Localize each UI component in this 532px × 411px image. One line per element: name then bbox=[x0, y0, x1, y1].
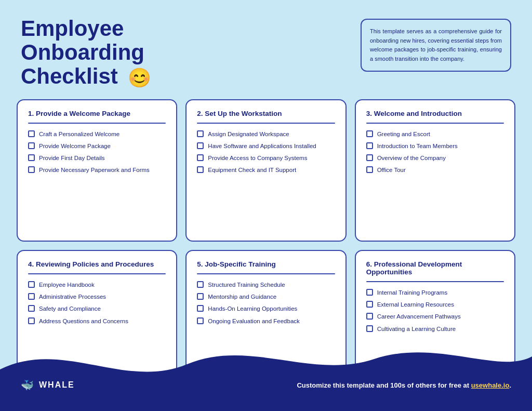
list-item[interactable]: Employee Handbook bbox=[28, 281, 166, 289]
checkbox[interactable] bbox=[28, 281, 35, 288]
checkbox[interactable] bbox=[197, 166, 204, 173]
list-item[interactable]: Administrative Processes bbox=[28, 293, 166, 301]
logo-text: WHALE bbox=[39, 380, 75, 390]
checkbox[interactable] bbox=[366, 142, 373, 149]
card-2: 2. Set Up the WorkstationAssign Designat… bbox=[185, 99, 346, 242]
list-item-text: Greeting and Escort bbox=[377, 130, 430, 138]
list-item-text: External Learning Resources bbox=[377, 300, 454, 309]
checkbox[interactable] bbox=[197, 281, 204, 288]
smile-icon: 😊 bbox=[128, 68, 151, 88]
card-6-list: Internal Training ProgramsExternal Learn… bbox=[366, 288, 504, 333]
card-4-list: Employee HandbookAdministrative Processe… bbox=[28, 281, 166, 325]
list-item[interactable]: Overview of the Company bbox=[366, 154, 504, 162]
list-item[interactable]: Office Tour bbox=[366, 166, 504, 174]
checkbox[interactable] bbox=[28, 130, 35, 137]
checkbox[interactable] bbox=[197, 154, 204, 161]
cta-link[interactable]: usewhale.io bbox=[471, 381, 510, 389]
list-item[interactable]: Provide Welcome Package bbox=[28, 142, 166, 150]
checkbox[interactable] bbox=[366, 130, 373, 137]
page-title: Employee Onboarding Checklist 😊 bbox=[21, 17, 151, 89]
checkbox[interactable] bbox=[197, 317, 204, 324]
list-item[interactable]: Provide Necessary Paperwork and Forms bbox=[28, 166, 166, 174]
checkbox[interactable] bbox=[28, 293, 35, 300]
card-3-title: 3. Welcome and Introduction bbox=[366, 110, 504, 117]
list-item[interactable]: External Learning Resources bbox=[366, 300, 504, 309]
card-3-list: Greeting and EscortIntroduction to Team … bbox=[366, 130, 504, 174]
checkbox[interactable] bbox=[366, 313, 373, 320]
checkbox[interactable] bbox=[197, 130, 204, 137]
card-1: 1. Provide a Welcome PackageCraft a Pers… bbox=[17, 99, 177, 242]
card-2-title: 2. Set Up the Workstation bbox=[197, 110, 335, 117]
checkbox[interactable] bbox=[28, 154, 35, 161]
card-2-list: Assign Designated WorkspaceHave Software… bbox=[197, 130, 335, 174]
checkbox[interactable] bbox=[366, 301, 373, 308]
card-1-divider bbox=[28, 123, 166, 124]
list-item[interactable]: Greeting and Escort bbox=[366, 130, 504, 138]
list-item-text: Craft a Personalized Welcome bbox=[39, 130, 119, 138]
list-item[interactable]: Hands-On Learning Opportunities bbox=[197, 304, 335, 313]
card-6-divider bbox=[366, 281, 504, 282]
card-5-divider bbox=[197, 273, 335, 274]
card-3: 3. Welcome and IntroductionGreeting and … bbox=[355, 99, 515, 242]
card-1-list: Craft a Personalized WelcomeProvide Welc… bbox=[28, 130, 166, 174]
card-5-title: 5. Job-Specific Training bbox=[197, 260, 335, 268]
list-item-text: Structured Training Schedule bbox=[208, 281, 285, 289]
card-3-divider bbox=[366, 123, 504, 124]
checkbox[interactable] bbox=[366, 166, 373, 173]
list-item-text: Administrative Processes bbox=[39, 293, 106, 301]
whale-icon: 🐳 bbox=[21, 379, 35, 391]
checkbox[interactable] bbox=[366, 289, 373, 296]
list-item-text: Office Tour bbox=[377, 166, 406, 174]
list-item[interactable]: Equipment Check and IT Support bbox=[197, 166, 335, 174]
description-text: This template serves as a comprehensive … bbox=[370, 27, 502, 63]
footer: 🐳 WHALE Customize this template and 100s… bbox=[0, 359, 532, 411]
checkbox[interactable] bbox=[28, 317, 35, 324]
list-item-text: Provide Access to Company Systems bbox=[208, 154, 307, 162]
title-block: Employee Onboarding Checklist 😊 bbox=[21, 17, 151, 89]
list-item-text: Ongoing Evaluation and Feedback bbox=[208, 317, 299, 325]
list-item-text: Employee Handbook bbox=[39, 281, 95, 289]
list-item[interactable]: Craft a Personalized Welcome bbox=[28, 130, 166, 138]
card-2-divider bbox=[197, 123, 335, 124]
list-item-text: Assign Designated Workspace bbox=[208, 130, 289, 138]
list-item-text: Provide First Day Details bbox=[39, 154, 105, 162]
list-item[interactable]: Provide Access to Company Systems bbox=[197, 154, 335, 162]
card-5-list: Structured Training ScheduleMentorship a… bbox=[197, 281, 335, 325]
list-item[interactable]: Safety and Compliance bbox=[28, 304, 166, 313]
page-container: Employee Onboarding Checklist 😊 This tem… bbox=[0, 0, 532, 411]
description-box: This template serves as a comprehensive … bbox=[361, 19, 511, 72]
checkbox[interactable] bbox=[28, 305, 35, 312]
whale-logo: 🐳 WHALE bbox=[21, 379, 75, 391]
checkbox[interactable] bbox=[28, 142, 35, 149]
list-item-text: Have Software and Applications Installed bbox=[208, 142, 316, 150]
list-item-text: Overview of the Company bbox=[377, 154, 446, 162]
list-item-text: Hands-On Learning Opportunities bbox=[208, 304, 297, 313]
list-item-text: Introduction to Team Members bbox=[377, 142, 458, 150]
list-item[interactable]: Have Software and Applications Installed bbox=[197, 142, 335, 150]
card-1-title: 1. Provide a Welcome Package bbox=[28, 110, 166, 117]
cta-text: Customize this template and 100s of othe… bbox=[297, 381, 471, 389]
list-item[interactable]: Structured Training Schedule bbox=[197, 281, 335, 289]
card-4-divider bbox=[28, 273, 166, 274]
list-item[interactable]: Internal Training Programs bbox=[366, 288, 504, 297]
header: Employee Onboarding Checklist 😊 This tem… bbox=[0, 0, 532, 99]
list-item[interactable]: Introduction to Team Members bbox=[366, 142, 504, 150]
list-item-text: Internal Training Programs bbox=[377, 288, 448, 297]
checkbox[interactable] bbox=[366, 154, 373, 161]
list-item-text: Career Advancement Pathways bbox=[377, 312, 461, 321]
checkbox[interactable] bbox=[197, 305, 204, 312]
list-item[interactable]: Assign Designated Workspace bbox=[197, 130, 335, 138]
checkbox[interactable] bbox=[197, 293, 204, 300]
footer-cta: Customize this template and 100s of othe… bbox=[297, 381, 511, 389]
card-4-title: 4. Reviewing Policies and Procedures bbox=[28, 260, 166, 268]
list-item-text: Mentorship and Guidance bbox=[208, 293, 276, 301]
list-item[interactable]: Mentorship and Guidance bbox=[197, 293, 335, 301]
card-6-title: 6. Professional Development Opportunitie… bbox=[366, 260, 504, 276]
checkbox[interactable] bbox=[28, 166, 35, 173]
checkbox[interactable] bbox=[197, 142, 204, 149]
list-item[interactable]: Address Questions and Concerns bbox=[28, 317, 166, 325]
list-item[interactable]: Career Advancement Pathways bbox=[366, 312, 504, 321]
list-item[interactable]: Provide First Day Details bbox=[28, 154, 166, 162]
list-item-text: Safety and Compliance bbox=[39, 304, 101, 313]
list-item[interactable]: Ongoing Evaluation and Feedback bbox=[197, 317, 335, 325]
